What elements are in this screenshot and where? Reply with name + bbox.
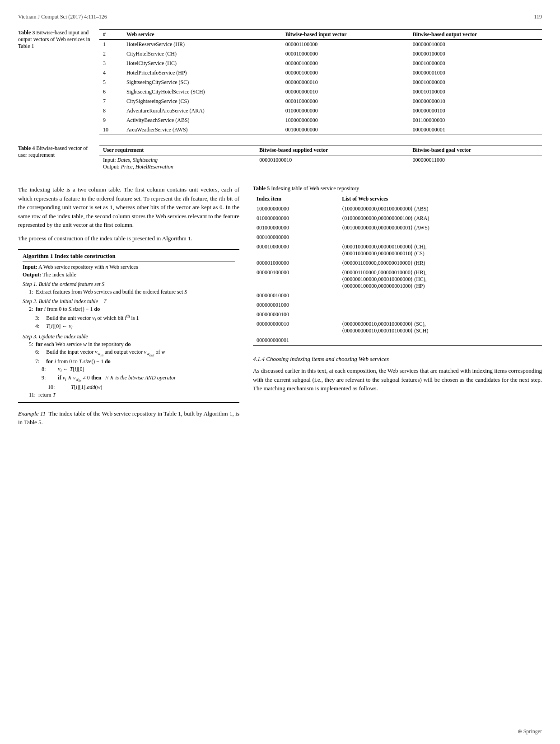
table-row: 000010000000⟨000010000000,000000100000⟩ …: [253, 242, 542, 258]
algorithm-title: Algorithm 1 Index table construction: [23, 253, 235, 262]
table-cell: 000000000001: [409, 125, 542, 135]
algo-output: Output: The index table: [23, 271, 235, 278]
left-column: The indexing table is a two-column table…: [18, 185, 239, 431]
body-text-1: The indexing table is a two-column table…: [18, 185, 239, 229]
table-cell: 000100000000: [253, 233, 338, 242]
table-cell: [338, 336, 542, 346]
col-index-item: Index item: [253, 194, 338, 204]
table-cell: 001000000000: [282, 125, 409, 135]
algo-line-3: 3: Build the unit vector vi of which bit…: [23, 314, 235, 322]
table-row: 9ActivityBeachService (ABS)1000000000000…: [99, 116, 542, 125]
table-cell: ⟨001000000000,000000000001⟩ (AWS): [338, 223, 542, 233]
algo-line-6: 6: Build the input vector vwin and outpu…: [23, 349, 235, 357]
table-cell: CityHotelService (CH): [123, 49, 282, 59]
table-row: 000000100000⟨000001100000,000000010000⟩ …: [253, 268, 542, 291]
col-header-output: Bitwise-based output vector: [409, 30, 542, 40]
table-cell: 000010000000: [282, 49, 409, 59]
algo-line-1: 1: Extract features from Web services an…: [23, 289, 235, 295]
table-cell: 000010000000: [282, 97, 409, 106]
cell-supplied: 000001000010: [256, 155, 409, 172]
table-cell: 100000000000: [282, 116, 409, 125]
table-cell: 000000000100: [253, 310, 338, 319]
table3-title: Table 3: [18, 29, 35, 36]
col-list-services: List of Web services: [338, 194, 542, 204]
table-cell: CitySightseeingService (CS): [123, 97, 282, 106]
right-column: Table 5 Indexing table of Web service re…: [253, 185, 542, 431]
algo-line-10: 10: T[i][1].add(w): [23, 384, 235, 391]
table-cell: SightseeingCityService (SC): [123, 78, 282, 87]
table-row: 100000000000⟨100000000000,000100000000⟩ …: [253, 204, 542, 214]
springer-text: Springer: [523, 728, 542, 735]
table-cell: HotelReserveService (HR): [123, 40, 282, 50]
table3: # Web service Bitwise-based input vector…: [99, 29, 542, 135]
table3-section: Table 3 Bitwise-based input and output v…: [18, 29, 542, 135]
table-row: 1HotelReserveService (HR)000001100000000…: [99, 40, 542, 50]
body-text-2: The process of construction of the index…: [18, 234, 239, 243]
table5-label: Table 5: [253, 185, 270, 192]
table-cell: 2: [99, 49, 123, 59]
table-row: 000000000010⟨000000000010,000010000000⟩ …: [253, 319, 542, 336]
table-cell: 001000000000: [253, 223, 338, 233]
table4: User requirement Bitwise-based supplied …: [99, 145, 542, 172]
table-cell: ⟨010000000000,000000000100⟩ (ARA): [338, 214, 542, 223]
cell-goal: 000000011000: [409, 155, 542, 172]
table4-title: Table 4: [18, 145, 35, 151]
table-row: Input: Dates, Sightseeing Output: Price,…: [99, 155, 542, 172]
table-cell: ⟨000001100000,000000010000⟩ (HR),⟨000000…: [338, 268, 542, 291]
col-header-webservice: Web service: [123, 30, 282, 40]
table-row: 000000010000: [253, 291, 542, 300]
table-row: 000100000000: [253, 233, 542, 242]
algo-line-4: 4: T[i][0] ← vi: [23, 323, 235, 330]
table-cell: [338, 300, 542, 310]
algo-line-9: 9: if vi ∧ vwin ≠ 0 then // ∧ is the bit…: [23, 374, 235, 383]
table-row: 010000000000⟨010000000000,000000000100⟩ …: [253, 214, 542, 223]
algo-line-7: 7: for i from 0 to T.size() − 1 do: [23, 358, 235, 365]
algo-input: Input: A Web service repository with n W…: [23, 264, 235, 271]
section-4-1-4: 4.1.4 Choosing indexing items and choosi…: [253, 356, 542, 393]
table-cell: 100000000000: [253, 204, 338, 214]
cell-user-req: Input: Dates, Sightseeing Output: Price,…: [99, 155, 256, 172]
table-cell: ⟨000000000010,000010000000⟩ (SC),⟨000000…: [338, 319, 542, 336]
algo-step3: Step 3. Update the index table: [23, 333, 235, 340]
table-row: 000000000001: [253, 336, 542, 346]
table-cell: 000000000010: [282, 87, 409, 97]
table-cell: 9: [99, 116, 123, 125]
algo-line-11: 11: return T: [23, 392, 235, 398]
table-row: 8AdventureRuralAreaService (ARA)01000000…: [99, 106, 542, 116]
table-cell: 8: [99, 106, 123, 116]
table-cell: 000000000100: [409, 106, 542, 116]
page: Vietnam J Comput Sci (2017) 4:111–126 11…: [0, 0, 560, 744]
table-row: 000001000000⟨000001100000,000000010000⟩ …: [253, 258, 542, 268]
table-cell: 3: [99, 59, 123, 68]
algo-step2: Step 2. Build the initial index table – …: [23, 298, 235, 305]
algo-line-2: 2: for i from 0 to S.size() − 1 do: [23, 306, 235, 313]
table-cell: HotelPriceInfoService (HP): [123, 68, 282, 78]
table-row: 3HotelCityService (HC)000000100000000010…: [99, 59, 542, 68]
table-cell: 4: [99, 68, 123, 78]
algorithm-label: Algorithm 1 Index table construction: [23, 253, 116, 259]
col-header-input: Bitwise-based input vector: [282, 30, 409, 40]
table5: Index item List of Web services 10000000…: [253, 194, 542, 346]
table-cell: 000000001000: [409, 68, 542, 78]
example-text: Example 11 The index table of the Web se…: [18, 409, 239, 427]
table-cell: 1: [99, 40, 123, 50]
table-cell: ⟨000001100000,000000010000⟩ (HR): [338, 258, 542, 268]
page-number: 119: [534, 14, 542, 20]
table-cell: 000000010000: [253, 291, 338, 300]
table-cell: 000010000000: [409, 78, 542, 87]
table-cell: 7: [99, 97, 123, 106]
table-cell: 000000000001: [253, 336, 338, 346]
algorithm-box: Algorithm 1 Index table construction Inp…: [18, 249, 239, 403]
table-cell: 000001000000: [253, 258, 338, 268]
algo-line-5: 5: for each Web service w in the reposit…: [23, 341, 235, 348]
journal-info: Vietnam J Comput Sci (2017) 4:111–126: [18, 14, 107, 20]
table-row: 000000001000: [253, 300, 542, 310]
table-cell: 000000010000: [409, 40, 542, 50]
table-cell: ⟨100000000000,000100000000⟩ (ABS): [338, 204, 542, 214]
table-cell: 10: [99, 125, 123, 135]
table-cell: 000001100000: [282, 40, 409, 50]
table-cell: AdventureRuralAreaService (ARA): [123, 106, 282, 116]
table-cell: 000000001000: [253, 300, 338, 310]
table-row: 7CitySightseeingService (CS)000010000000…: [99, 97, 542, 106]
table-row: 10AreaWeatherService (AWS)00100000000000…: [99, 125, 542, 135]
